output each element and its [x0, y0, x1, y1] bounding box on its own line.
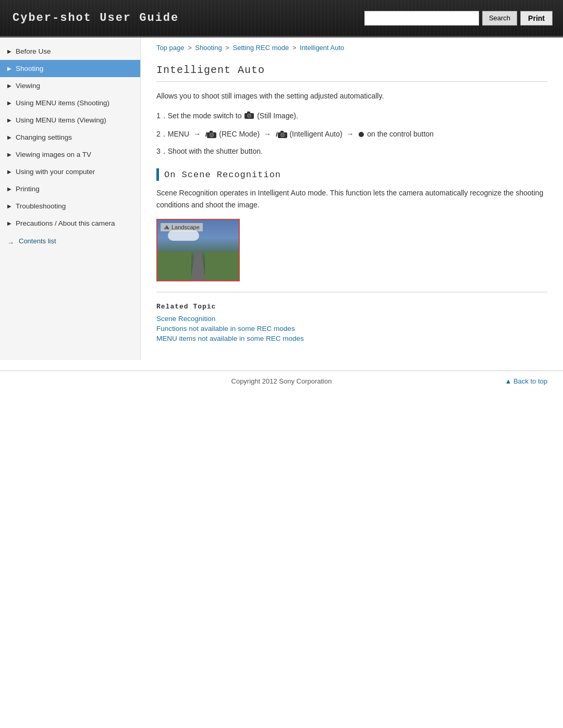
sidebar-label-computer: Using with your computer [16, 168, 95, 176]
sidebar-item-troubleshooting[interactable]: ▶ Troubleshooting [0, 198, 140, 215]
arrow-icon-1: → [193, 128, 201, 141]
svg-rect-5 [210, 131, 213, 133]
sidebar-item-menu-viewing[interactable]: ▶ Using MENU items (Viewing) [0, 112, 140, 129]
search-input[interactable] [364, 11, 479, 26]
search-button[interactable]: Search [482, 11, 517, 26]
svg-point-3 [248, 114, 251, 117]
svg-point-11 [281, 133, 284, 136]
contents-list-link[interactable]: Contents list [0, 232, 140, 250]
camera-icon-3 [278, 131, 287, 138]
svg-rect-9 [280, 131, 284, 133]
main-content: Top page > Shooting > Setting REC mode >… [141, 38, 563, 360]
sidebar-item-viewing[interactable]: ▶ Viewing [0, 77, 140, 94]
contents-list-label: Contents list [19, 237, 56, 245]
svg-point-7 [211, 133, 213, 136]
chevron-right-icon: ▶ [7, 100, 11, 106]
main-layout: ▶ Before Use ▶ Shooting ▶ Viewing ▶ Usin… [0, 38, 563, 360]
clouds [168, 230, 199, 241]
chevron-right-icon: ▶ [7, 203, 11, 209]
intro-text: Allows you to shoot still images with th… [156, 90, 547, 102]
breadcrumb-sep-2: > [225, 44, 231, 52]
print-button[interactable]: Print [520, 11, 553, 26]
chevron-right-icon: ▶ [7, 48, 11, 54]
sidebar-item-before-use[interactable]: ▶ Before Use [0, 43, 140, 60]
sidebar-label-before-use: Before Use [16, 47, 51, 55]
breadcrumb-intelligent-auto[interactable]: Intelligent Auto [300, 44, 344, 52]
back-to-top-link[interactable]: Back to top [505, 377, 547, 385]
sidebar-label-changing-settings: Changing settings [16, 133, 72, 141]
arrow-right-icon [7, 239, 17, 244]
divider [156, 292, 547, 292]
chevron-right-icon: ▶ [7, 117, 11, 123]
sidebar-label-menu-shooting: Using MENU items (Shooting) [16, 99, 109, 107]
sidebar-item-printing[interactable]: ▶ Printing [0, 180, 140, 198]
copyright: Copyright 2012 Sony Corporation [193, 377, 370, 385]
sidebar-item-shooting[interactable]: ▶ Shooting [0, 60, 140, 77]
sidebar-label-precautions: Precautions / About this camera [16, 219, 115, 227]
ground-left [157, 252, 191, 280]
sidebar-label-troubleshooting: Troubleshooting [16, 202, 66, 210]
chevron-right-icon: ▶ [7, 169, 11, 175]
scene-image: Landscape [156, 219, 240, 281]
sidebar-item-precautions[interactable]: ▶ Precautions / About this camera [0, 215, 140, 232]
step-2: 2．MENU → i (REC Mode) → i [156, 128, 547, 141]
ground-right [205, 252, 239, 280]
camera-icon [244, 112, 254, 119]
chevron-right-icon: ▶ [7, 220, 11, 226]
scene-recognition-text: Scene Recognition operates in Intelligen… [156, 187, 547, 211]
related-link-menu-items[interactable]: MENU items not available in some REC mod… [156, 335, 547, 342]
section-bar [156, 168, 159, 181]
breadcrumb-top-page[interactable]: Top page [156, 44, 185, 52]
sidebar-label-viewing-tv: Viewing images on a TV [16, 151, 91, 158]
sidebar-label-menu-viewing: Using MENU items (Viewing) [16, 116, 106, 124]
scene-recognition-header: On Scene Recognition [156, 168, 547, 181]
breadcrumb-sep-3: > [292, 44, 298, 52]
arrow-icon-3: → [346, 128, 353, 141]
related-topic-label: Related Topic [156, 303, 547, 311]
sidebar-item-viewing-tv[interactable]: ▶ Viewing images on a TV [0, 146, 140, 163]
sidebar-item-changing-settings[interactable]: ▶ Changing settings [0, 129, 140, 146]
chevron-right-icon: ▶ [7, 83, 11, 89]
breadcrumb-sep-1: > [188, 44, 193, 52]
arrow-icon-2: → [264, 128, 271, 141]
related-link-functions[interactable]: Functions not available in some REC mode… [156, 325, 547, 332]
breadcrumb-shooting[interactable]: Shooting [195, 44, 222, 52]
sidebar-label-printing: Printing [16, 185, 40, 193]
search-area: Search Print [364, 11, 553, 26]
breadcrumb-setting-rec[interactable]: Setting REC mode [233, 44, 289, 52]
sidebar-item-computer[interactable]: ▶ Using with your computer [0, 163, 140, 180]
chevron-right-icon: ▶ [7, 134, 11, 140]
camera-icon-2 [207, 131, 216, 138]
mountain-icon [164, 225, 170, 230]
page-title: Intelligent Auto [156, 57, 547, 82]
road [191, 252, 205, 280]
related-link-scene-recognition[interactable]: Scene Recognition [156, 315, 547, 323]
app-title: Cyber-shot User Guide [0, 11, 179, 24]
chevron-right-icon: ▶ [7, 186, 11, 192]
sidebar-label-viewing: Viewing [16, 82, 40, 90]
footer: Copyright 2012 Sony Corporation Back to … [0, 371, 563, 391]
related-links: Scene Recognition Functions not availabl… [156, 315, 547, 342]
scene-recognition-title: On Scene Recognition [164, 170, 281, 180]
sidebar-label-shooting: Shooting [16, 65, 43, 72]
dot-icon [359, 132, 364, 137]
svg-rect-1 [247, 112, 250, 114]
chevron-right-icon: ▶ [7, 66, 11, 71]
step-3: 3．Shoot with the shutter button. [156, 145, 547, 158]
step-1: 1．Set the mode switch to (Still Image). [156, 110, 547, 122]
sidebar: ▶ Before Use ▶ Shooting ▶ Viewing ▶ Usin… [0, 38, 141, 360]
chevron-right-icon: ▶ [7, 152, 11, 157]
breadcrumb: Top page > Shooting > Setting REC mode >… [156, 38, 547, 57]
steps: 1．Set the mode switch to (Still Image). … [156, 110, 547, 158]
header: Cyber-shot User Guide Search Print [0, 0, 563, 38]
sidebar-item-menu-shooting[interactable]: ▶ Using MENU items (Shooting) [0, 94, 140, 112]
footer-right: Back to top [370, 377, 547, 385]
